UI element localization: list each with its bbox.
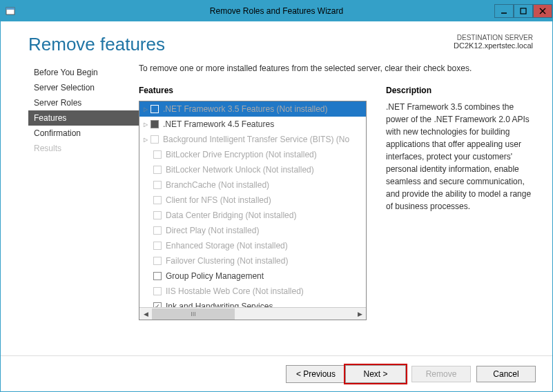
feature-row[interactable]: BitLocker Drive Encryption (Not installe… xyxy=(139,147,366,162)
feature-row[interactable]: Group Policy Management xyxy=(139,268,366,284)
features-label: Features xyxy=(139,86,367,95)
feature-row[interactable]: Direct Play (Not installed) xyxy=(139,223,366,238)
feature-label: BranchCache (Not installed) xyxy=(166,180,269,190)
horizontal-scrollbar[interactable]: ◀ III ▶ xyxy=(139,307,366,320)
remove-button: Remove xyxy=(411,366,471,382)
feature-checkbox xyxy=(153,287,162,295)
feature-label: BitLocker Network Unlock (Not installed) xyxy=(166,165,314,175)
feature-row[interactable]: ▷.NET Framework 3.5 Features (Not instal… xyxy=(139,101,366,117)
sidebar-item-before-you-begin[interactable]: Before You Begin xyxy=(28,65,139,80)
window-controls xyxy=(494,4,552,18)
sidebar-item-server-roles[interactable]: Server Roles xyxy=(28,95,139,110)
feature-row[interactable]: ▷.NET Framework 4.5 Features xyxy=(139,117,366,132)
description-label: Description xyxy=(386,86,533,95)
description-text: .NET Framework 3.5 combines the power of… xyxy=(386,101,533,213)
features-tree: ▷.NET Framework 3.5 Features (Not instal… xyxy=(139,101,367,320)
expander-icon[interactable]: ▷ xyxy=(142,106,149,112)
app-icon xyxy=(5,6,16,17)
instruction-text: To remove one or more installed features… xyxy=(139,63,533,73)
wizard-footer: < Previous Next > Remove Cancel xyxy=(1,355,552,391)
next-button[interactable]: Next > xyxy=(346,366,405,382)
expander-icon[interactable]: ▷ xyxy=(142,137,149,143)
feature-label: Failover Clustering (Not installed) xyxy=(166,256,288,266)
feature-checkbox xyxy=(151,105,159,113)
feature-checkbox xyxy=(153,196,162,204)
feature-row[interactable]: BitLocker Network Unlock (Not installed) xyxy=(139,162,366,177)
feature-label: Direct Play (Not installed) xyxy=(166,226,259,235)
scroll-right-icon[interactable]: ▶ xyxy=(353,308,366,320)
feature-checkbox xyxy=(153,166,162,174)
feature-row[interactable]: Data Center Bridging (Not installed) xyxy=(139,208,366,223)
wizard-steps-sidebar: Before You BeginServer SelectionServer R… xyxy=(28,63,139,349)
feature-checkbox[interactable]: ✓ xyxy=(153,302,162,307)
feature-label: BitLocker Drive Encryption (Not installe… xyxy=(166,150,317,159)
feature-label: Background Intelligent Transfer Service … xyxy=(163,135,349,144)
minimize-button[interactable] xyxy=(494,4,514,18)
feature-row[interactable]: Failover Clustering (Not installed) xyxy=(139,253,366,268)
feature-row[interactable]: IIS Hostable Web Core (Not installed) xyxy=(139,284,366,299)
feature-label: Client for NFS (Not installed) xyxy=(166,195,271,205)
feature-label: .NET Framework 4.5 Features xyxy=(163,119,274,129)
titlebar: Remove Roles and Features Wizard xyxy=(1,1,552,21)
feature-label: Ink and Handwriting Services xyxy=(166,302,273,307)
sidebar-item-confirmation[interactable]: Confirmation xyxy=(28,126,139,141)
feature-row[interactable]: Client for NFS (Not installed) xyxy=(139,193,366,208)
feature-checkbox xyxy=(153,257,162,265)
feature-row[interactable]: Enhanced Storage (Not installed) xyxy=(139,238,366,253)
wizard-window: Remove Roles and Features Wizard Remove … xyxy=(0,0,553,392)
feature-checkbox xyxy=(153,226,162,235)
feature-row[interactable]: BranchCache (Not installed) xyxy=(139,177,366,193)
feature-label: .NET Framework 3.5 Features (Not install… xyxy=(163,104,328,114)
cancel-button[interactable]: Cancel xyxy=(476,366,536,382)
svg-rect-3 xyxy=(521,8,526,14)
scroll-left-icon[interactable]: ◀ xyxy=(139,308,152,320)
page-title: Remove features xyxy=(28,34,165,55)
maximize-button[interactable] xyxy=(514,4,533,18)
destination-server: DC2K12.xpertstec.local xyxy=(454,41,533,50)
scroll-thumb[interactable]: III xyxy=(152,308,235,320)
previous-button[interactable]: < Previous xyxy=(287,366,346,382)
sidebar-item-server-selection[interactable]: Server Selection xyxy=(28,80,139,95)
feature-label: Data Center Bridging (Not installed) xyxy=(166,210,296,220)
feature-checkbox xyxy=(153,181,162,189)
sidebar-item-features[interactable]: Features xyxy=(28,110,139,126)
feature-row[interactable]: ▷Background Intelligent Transfer Service… xyxy=(139,132,366,147)
feature-checkbox[interactable] xyxy=(153,272,162,280)
feature-label: Group Policy Management xyxy=(166,271,264,281)
close-button[interactable] xyxy=(533,4,552,18)
sidebar-item-results: Results xyxy=(28,141,139,156)
destination-info: DESTINATION SERVER DC2K12.xpertstec.loca… xyxy=(454,34,533,50)
destination-label: DESTINATION SERVER xyxy=(454,34,533,41)
feature-label: IIS Hostable Web Core (Not installed) xyxy=(166,286,304,296)
svg-rect-1 xyxy=(6,8,14,10)
scroll-track[interactable]: III xyxy=(152,308,353,320)
window-title: Remove Roles and Features Wizard xyxy=(210,6,343,16)
feature-label: Enhanced Storage (Not installed) xyxy=(166,241,288,251)
feature-row[interactable]: ✓Ink and Handwriting Services xyxy=(139,299,366,307)
feature-checkbox xyxy=(153,242,162,250)
feature-checkbox[interactable] xyxy=(151,120,159,128)
feature-checkbox xyxy=(151,135,159,144)
feature-checkbox xyxy=(153,211,162,219)
expander-icon[interactable]: ▷ xyxy=(142,121,149,128)
feature-checkbox xyxy=(153,150,162,159)
